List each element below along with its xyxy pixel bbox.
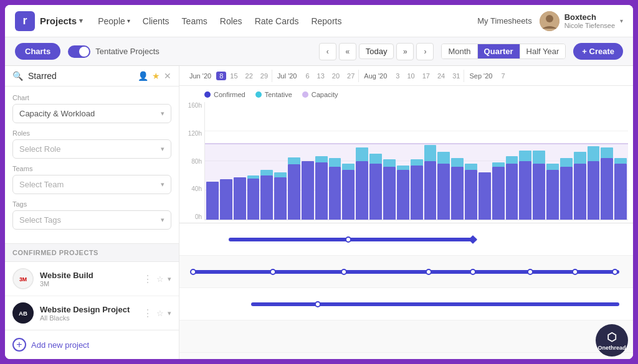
app-logo[interactable]: r (15, 11, 35, 31)
project-logo: 3M (12, 268, 34, 289)
month-sep: Sep '20 (464, 72, 497, 80)
next-arrow-button[interactable]: › (416, 43, 434, 60)
legend-tentative: Tentative (255, 91, 292, 98)
search-icon: 🔍 (12, 71, 23, 81)
chart-filter-group: Chart Capacity & Workload ▾ (12, 94, 171, 123)
gantt-milestone (426, 269, 432, 275)
date-24: 24 (434, 72, 449, 80)
month-jul: Jul '20 (272, 72, 302, 80)
project-actions: ⋮ ☆ ▾ (143, 307, 171, 319)
chart-legend: Confirmed Tentative Capacity (184, 91, 628, 98)
nav-arrows: ‹ « Today » › (319, 43, 434, 60)
date-10: 10 (403, 72, 418, 80)
nav-rate-cards[interactable]: Rate Cards (255, 16, 299, 26)
charts-button[interactable]: Charts (15, 43, 60, 60)
roles-select[interactable]: Select Role ▾ (12, 139, 171, 159)
y-120: 120h (184, 130, 204, 137)
nav-reports[interactable]: Reports (311, 16, 341, 26)
gantt-milestone (470, 269, 476, 275)
gantt-end-milestone (469, 235, 477, 243)
tentative-legend-label: Tentative (265, 91, 292, 98)
capacity-dot (302, 91, 308, 98)
project-menu-icon[interactable]: ⋮ (143, 307, 153, 319)
quarter-view-button[interactable]: Quarter (478, 44, 520, 58)
person-icon[interactable]: 👤 (138, 71, 148, 81)
chart-select[interactable]: Capacity & Workload ▾ (12, 104, 171, 123)
add-project-button[interactable]: + Add new project (5, 330, 179, 359)
project-star-icon[interactable]: ☆ (156, 274, 164, 284)
svg-point-1 (546, 15, 553, 22)
month-jun: Jun '20 (184, 72, 216, 80)
projects-nav-btn[interactable]: Projects ▾ (40, 16, 83, 26)
nav-teams[interactable]: Teams (182, 16, 207, 26)
user-dropdown-icon: ▾ (620, 17, 623, 24)
tentative-toggle[interactable] (68, 45, 90, 58)
search-actions: 👤 ★ ✕ (138, 71, 171, 81)
teams-select[interactable]: Select Team ▾ (12, 175, 171, 194)
legend-confirmed: Confirmed (204, 91, 245, 98)
my-timesheets-link[interactable]: My Timesheets (477, 16, 531, 26)
roles-chevron-icon: ▾ (161, 145, 164, 153)
gantt-milestone (190, 269, 196, 275)
close-icon[interactable]: ✕ (164, 71, 171, 81)
half-year-view-button[interactable]: Half Year (520, 44, 566, 58)
chart-area: Confirmed Tentative Capacity 160h 120h (179, 86, 633, 223)
tags-chevron-icon: ▾ (161, 216, 164, 224)
nav-roles[interactable]: Roles (220, 16, 242, 26)
today-button[interactable]: Today (359, 44, 394, 59)
teams-label: Teams (12, 165, 171, 172)
month-aug: Aug '20 (359, 72, 392, 80)
teams-chevron-icon: ▾ (161, 180, 164, 189)
next-next-arrow-button[interactable]: » (396, 43, 414, 60)
gantt-milestone (612, 269, 618, 275)
gantt-row (179, 288, 633, 320)
prev-arrow-button[interactable]: ‹ (319, 43, 336, 60)
month-view-button[interactable]: Month (442, 44, 477, 58)
gantt-milestone (270, 269, 276, 275)
capacity-legend-label: Capacity (312, 91, 338, 98)
roles-filter-group: Roles Select Role ▾ (12, 129, 171, 159)
gantt-milestone (341, 269, 347, 275)
project-actions: ⋮ ☆ ▾ (143, 273, 171, 285)
confirmed-dot (204, 91, 211, 98)
tags-select[interactable]: Select Tags ▾ (12, 210, 171, 230)
list-item[interactable]: AB Website Design Project All Blacks ⋮ ☆… (5, 296, 179, 330)
prev-prev-arrow-button[interactable]: « (339, 43, 356, 60)
user-name: Nicole Tiefensee (564, 22, 615, 29)
project-info: Website Design Project All Blacks (40, 305, 136, 322)
tentative-label: Tentative Projects (95, 47, 160, 56)
user-info: Boxtech Nicole Tiefensee (564, 12, 615, 29)
date-13: 13 (313, 72, 328, 80)
onethread-label: Onethread (598, 345, 626, 351)
nav-clients[interactable]: Clients (143, 16, 169, 26)
list-item[interactable]: 3M Website Build 3M ⋮ ☆ ▾ (5, 262, 179, 296)
tags-label: Tags (12, 200, 171, 208)
onethread-badge[interactable]: ⬡ Onethread (596, 324, 628, 357)
date-7: 7 (497, 72, 508, 80)
toolbar: Charts Tentative Projects ‹ « Today » › … (5, 37, 633, 66)
projects-chevron-icon: ▾ (79, 17, 83, 25)
gantt-bar-container (184, 302, 628, 306)
filters: Chart Capacity & Workload ▾ Roles Select… (5, 86, 179, 244)
capacity-line (205, 143, 628, 144)
project-expand-icon[interactable]: ▾ (168, 275, 171, 283)
nav-people[interactable]: People ▾ (98, 16, 130, 26)
project-name: Website Build (40, 271, 136, 280)
right-panel: Jun '20 8 15 22 29 Jul '20 6 13 20 27 Au… (179, 66, 633, 359)
gantt-row (179, 320, 633, 353)
chart-bars (204, 102, 628, 220)
star-icon[interactable]: ★ (152, 71, 160, 81)
create-button[interactable]: + Create (573, 43, 623, 60)
project-star-icon[interactable]: ☆ (156, 309, 164, 318)
project-menu-icon[interactable]: ⋮ (143, 273, 153, 285)
y-40: 40h (184, 185, 204, 192)
project-logo: AB (12, 302, 34, 324)
view-buttons: Month Quarter Half Year (441, 44, 566, 59)
gantt-row (179, 223, 633, 256)
project-client: All Blacks (40, 314, 136, 322)
project-expand-icon[interactable]: ▾ (168, 309, 171, 317)
date-header: Jun '20 8 15 22 29 Jul '20 6 13 20 27 Au… (179, 66, 633, 86)
user-badge[interactable]: Boxtech Nicole Tiefensee ▾ (540, 11, 623, 31)
main-area: 🔍 Starred 👤 ★ ✕ Chart Capacity & Workloa… (5, 66, 633, 359)
search-bar: 🔍 Starred 👤 ★ ✕ (5, 66, 179, 86)
